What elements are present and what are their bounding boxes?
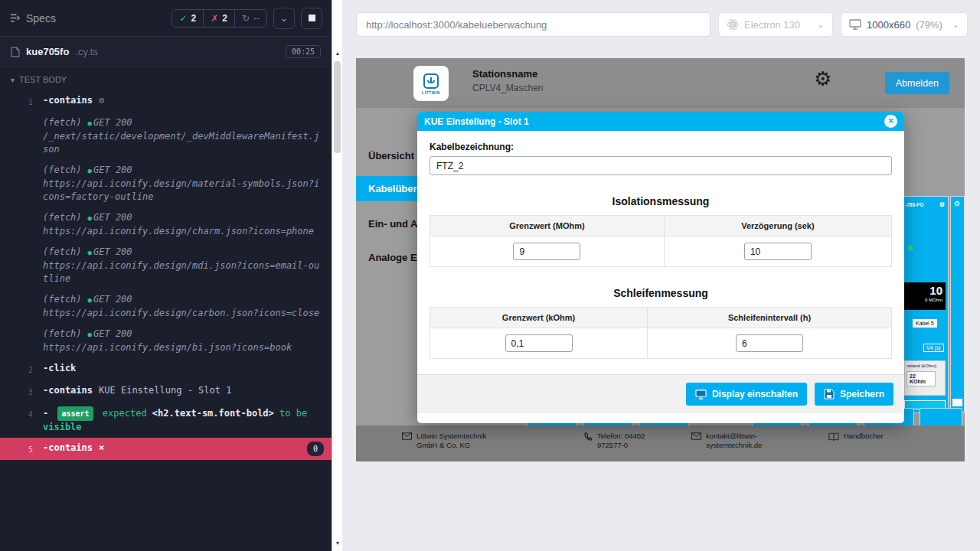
- fetch-tag: (fetch): [43, 165, 82, 175]
- manuals-text: Handbücher: [844, 432, 884, 441]
- table-cell: [430, 236, 665, 267]
- grenzwert-mohm-input[interactable]: [513, 243, 580, 260]
- fetch-tag: (fetch): [43, 117, 82, 128]
- stop-icon: [309, 15, 315, 21]
- assert-expected-state: visible: [43, 422, 82, 432]
- monitor-icon: [849, 19, 861, 30]
- display-button-label: Display einschalten: [712, 389, 798, 399]
- kohm-value: 22 KOhm: [906, 371, 936, 386]
- status-dot: [908, 246, 913, 251]
- fetch-log-row[interactable]: (fetch)●GET 200/_next/static/development…: [0, 112, 332, 160]
- gear-icon[interactable]: ⚙: [954, 200, 960, 207]
- status-dot-icon: ●: [88, 214, 92, 222]
- fetch-log-row[interactable]: (fetch)●GET 200https://api.iconify.desig…: [0, 207, 332, 242]
- lcd-value: 10: [907, 284, 942, 298]
- footer-manuals[interactable]: Handbücher: [828, 432, 884, 441]
- specs-label: Specs: [26, 12, 56, 24]
- stop-button[interactable]: [301, 8, 322, 29]
- line-number: [0, 246, 43, 285]
- gear-icon[interactable]: ⚙: [939, 201, 945, 208]
- check-icon: ✓: [179, 13, 187, 24]
- logo-glyph-icon: [423, 73, 439, 90]
- command-name: -contains: [43, 95, 93, 106]
- line-number: 4: [0, 406, 43, 434]
- table-header-cell: Grenzwert (MOhm): [430, 216, 665, 236]
- passed-count: 2: [191, 13, 197, 24]
- scroll-up-arrow[interactable]: ▲: [332, 47, 343, 60]
- command-name: -contains: [43, 385, 93, 396]
- viewport-select[interactable]: 1000x660 (79%) ⌄: [841, 12, 968, 37]
- test-stats: ✓2 ✗2 ↻--: [172, 9, 267, 28]
- command-row[interactable]: 3 -containsKUE Einstellung - Slot 1: [0, 380, 332, 403]
- nav-analoge-eingaenge[interactable]: Analoge Ei: [368, 252, 420, 263]
- command-row[interactable]: 1 -contains⚙: [0, 90, 332, 112]
- phone-text: Telefon: 04402 972577-0: [597, 432, 660, 451]
- fetch-status: GET 200: [93, 328, 132, 339]
- table-cell: [430, 328, 648, 359]
- logo-text: LITTWIN: [422, 90, 440, 95]
- url-input[interactable]: [356, 12, 710, 37]
- littwin-logo: LITTWIN: [413, 66, 449, 101]
- suite-title: TEST BODY: [19, 75, 67, 84]
- chevron-down-icon: ⌄: [952, 19, 959, 30]
- assert-text: to be: [279, 408, 307, 419]
- scrollbar-thumb[interactable]: [334, 61, 341, 153]
- table-header-cell: Schleifenintervall (h): [648, 308, 892, 328]
- assert-badge: assert: [57, 406, 93, 421]
- failed-stat: ✗2: [203, 10, 234, 27]
- vertical-scrollbar[interactable]: ▲ ▼: [332, 0, 342, 551]
- app-footer: Littwin Systemtechnik GmbH & Co. KG Tele…: [356, 425, 965, 461]
- scroll-down-arrow[interactable]: ▼: [332, 537, 343, 549]
- failed-count: 2: [222, 13, 227, 24]
- gear-icon: ⚙: [99, 95, 104, 106]
- nav-uebersicht[interactable]: Übersicht: [368, 150, 414, 161]
- logout-button[interactable]: Abmelden: [885, 72, 949, 94]
- spec-file-row[interactable]: kue705fo.cy.ts 00:25: [0, 37, 332, 67]
- status-dot-icon: ●: [88, 167, 92, 174]
- speichern-button[interactable]: Speichern: [815, 383, 893, 406]
- kabelbezeichnung-label: Kabelbezeichnung:: [430, 142, 892, 152]
- fetch-url: https://api.iconify.design/mdi.json?icon…: [43, 259, 324, 285]
- footer-phone: Telefon: 04402 972577-0: [583, 432, 660, 451]
- display-einschalten-button[interactable]: Display einschalten: [686, 383, 807, 406]
- assert-row[interactable]: 4 - assert expected <h2.text-sm.font-bol…: [0, 403, 332, 438]
- slot-button[interactable]: [920, 408, 962, 426]
- fetch-log-row[interactable]: (fetch)●GET 200https://api.iconify.desig…: [0, 324, 332, 358]
- schleifenintervall-input[interactable]: [736, 334, 803, 352]
- verzoegerung-sek-input[interactable]: [744, 243, 812, 260]
- command-arg: KUE Einstellung - Slot 1: [99, 385, 231, 396]
- browser-select[interactable]: Electron 130 ⌄: [718, 12, 833, 37]
- fetch-log-row[interactable]: (fetch)●GET 200https://api.iconify.desig…: [0, 160, 332, 207]
- fetch-status: GET 200: [93, 246, 132, 257]
- nav-ein-und-ausgaenge[interactable]: Ein- und Au: [368, 218, 423, 230]
- command-log: 1 -contains⚙ (fetch)●GET 200/_next/stati…: [0, 87, 332, 460]
- spec-name: kue705fo: [26, 46, 69, 57]
- assert-text: expected: [103, 408, 147, 419]
- mail-icon: [402, 432, 412, 440]
- specs-button[interactable]: Specs: [9, 12, 56, 24]
- failed-command-row[interactable]: 5 -contains× 0: [0, 438, 332, 460]
- isolationsmessung-heading: Isolationsmessung: [430, 195, 892, 207]
- command-row[interactable]: 2 -click: [0, 358, 332, 380]
- schleifenmessung-heading: Schleifenmessung: [430, 287, 892, 299]
- kue-settings-modal: KUE Einstellung - Slot 1 × Kabelbezeichn…: [417, 112, 904, 423]
- fetch-log-row[interactable]: (fetch)●GET 200https://api.iconify.desig…: [0, 242, 332, 289]
- kabelbezeichnung-input[interactable]: [430, 156, 892, 175]
- command-name: -click: [43, 363, 76, 373]
- email-text[interactable]: kontakt@littwin-systemtechnik.de: [706, 432, 772, 451]
- close-icon[interactable]: ×: [884, 115, 897, 128]
- fetch-log-row[interactable]: (fetch)●GET 200https://api.iconify.desig…: [0, 289, 332, 324]
- app-under-test: LITTWIN Stationsname CPLV4_Maschen ⚙ Abm…: [356, 58, 965, 461]
- grenzwert-kohm-input[interactable]: [505, 334, 573, 352]
- fetch-status: GET 200: [93, 165, 132, 175]
- app-preview-area: Electron 130 ⌄ 1000x660 (79%) ⌄ LITTWIN …: [342, 0, 980, 551]
- fetch-url: https://api.iconify.design/material-symb…: [43, 178, 324, 204]
- passed-stat: ✓2: [172, 10, 203, 27]
- line-number: [0, 293, 43, 320]
- settings-gear-icon[interactable]: ⚙: [814, 67, 831, 91]
- suite-toggle[interactable]: ▾ TEST BODY: [0, 67, 332, 87]
- collapse-button[interactable]: ⌄: [273, 8, 295, 29]
- fetch-tag: (fetch): [43, 294, 82, 305]
- table-cell: [648, 328, 892, 359]
- fetch-url: https://api.iconify.design/bi.json?icons…: [43, 341, 324, 354]
